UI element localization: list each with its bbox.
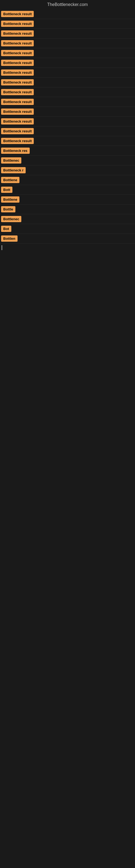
list-item[interactable]: Bottleneck result [0,136,135,146]
bottleneck-badge: Bottlen [1,236,17,242]
bottleneck-badge: Bottleneck r [1,167,26,173]
bottleneck-badge: Bottleneck result [1,30,34,37]
list-item[interactable]: Bottleneck result [0,9,135,19]
bottleneck-badge: Bottlenec [1,157,21,163]
bottleneck-badge: Bottleneck result [1,79,34,86]
list-item[interactable]: Bottlene [0,195,135,205]
list-item[interactable]: Bottleneck result [0,48,135,58]
list-item[interactable]: Bottleneck result [0,87,135,97]
bottleneck-badge: Bottleneck result [1,118,34,124]
site-title: TheBottlenecker.com [0,0,135,9]
bottleneck-badge: Bottleneck result [1,108,34,115]
list-item[interactable]: Bottleneck result [0,97,135,107]
bottleneck-badge: Bottleneck result [1,40,34,46]
text-cursor [2,245,2,250]
cursor-row [0,244,135,253]
list-item[interactable]: Bottlene [0,175,135,185]
list-item[interactable]: Bottleneck result [0,38,135,48]
list-item[interactable]: Bottleneck result [0,68,135,78]
bottleneck-badge: Bottlene [1,196,19,203]
bottleneck-badge: Bottleneck result [1,89,34,95]
list-item[interactable]: Bottleneck result [0,78,135,87]
bottleneck-badge: Bottle [1,206,15,212]
list-item[interactable]: Bottlenec [0,214,135,224]
list-item[interactable]: Bottleneck result [0,126,135,136]
list-item[interactable]: Bottleneck result [0,29,135,38]
list-item[interactable]: Bottlenec [0,156,135,165]
list-item[interactable]: Bottlen [0,234,135,244]
list-item[interactable]: Bottleneck r [0,165,135,175]
list-item[interactable]: Bottleneck result [0,107,135,117]
list-item[interactable]: Bott [0,185,135,195]
bottleneck-badge: Bottleneck result [1,128,34,134]
list-item[interactable]: Bottleneck result [0,58,135,68]
bottleneck-badge: Bott [1,187,12,193]
list-item[interactable]: Bottleneck res [0,146,135,156]
bottleneck-badge: Bottleneck result [1,11,34,17]
list-item[interactable]: Bottle [0,205,135,214]
bottleneck-badge: Bottlenec [1,216,21,222]
list-item[interactable]: Bottleneck result [0,117,135,126]
bottleneck-badge: Bottleneck result [1,60,34,66]
bottleneck-badge: Bottleneck result [1,50,34,56]
bottleneck-badge: Bottleneck result [1,99,34,105]
list-item[interactable]: Bot [0,224,135,234]
bottleneck-badge: Bottleneck res [1,148,30,154]
bottleneck-badge: Bottleneck result [1,138,34,144]
bottleneck-badge: Bot [1,226,11,232]
bottleneck-badge: Bottleneck result [1,21,34,27]
bottleneck-badge: Bottleneck result [1,69,34,76]
bottleneck-badge: Bottlene [1,177,19,183]
list-item[interactable]: Bottleneck result [0,19,135,29]
